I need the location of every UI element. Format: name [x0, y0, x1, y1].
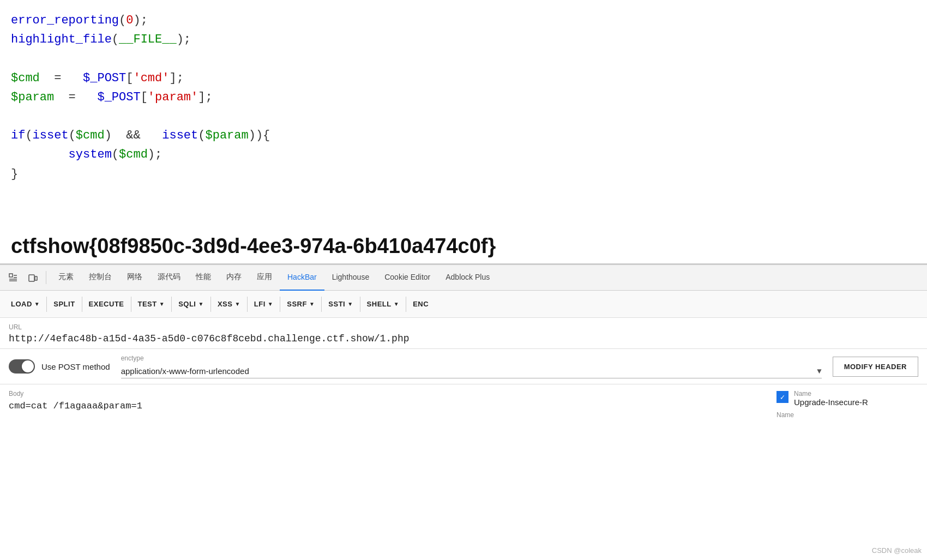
- name-row-2: Name: [776, 411, 918, 419]
- devtools-tab-cookie-editor[interactable]: Cookie Editor: [377, 264, 438, 291]
- tab-separator: [46, 271, 46, 284]
- svg-rect-2: [35, 276, 37, 280]
- hackbar-toolbar: LOAD▼SPLITEXECUTETEST▼SQLI▼XSS▼LFI▼SSRF▼…: [0, 291, 927, 318]
- modify-header-button[interactable]: MODIFY HEADER: [833, 357, 918, 377]
- enctype-select[interactable]: application/x-www-form-urlencoded ▼: [121, 364, 822, 378]
- hackbar-divider: [360, 297, 360, 312]
- name-row-1: ✓ Name Upgrade-Insecure-R: [776, 390, 918, 407]
- url-value: http://4efac48b-a15d-4a35-a5d0-c076c8f8c…: [9, 333, 918, 344]
- code-line: [11, 107, 916, 126]
- devtools-tab-应用[interactable]: 应用: [249, 264, 280, 291]
- checkbox-check-icon: ✓: [780, 393, 785, 402]
- name-text-group-2: Name: [776, 411, 794, 419]
- code-line: if(isset($cmd) && isset($param)){: [11, 126, 916, 145]
- toggle-track: [9, 359, 35, 374]
- toggle-group: Use POST method: [9, 359, 110, 374]
- enctype-label: enctype: [121, 354, 822, 362]
- enctype-group: enctype application/x-www-form-urlencode…: [121, 354, 822, 378]
- devtools-tab-网络[interactable]: 网络: [119, 264, 150, 291]
- dropdown-arrow-icon: ▼: [34, 301, 40, 307]
- devtools-tab-adblock-plus[interactable]: Adblock Plus: [438, 264, 497, 291]
- url-label: URL: [9, 323, 918, 331]
- code-line: $cmd = $_POST['cmd'];: [11, 69, 916, 88]
- enctype-value: application/x-www-form-urlencoded: [121, 366, 813, 376]
- hackbar-divider: [171, 297, 172, 312]
- code-line: system($cmd);: [11, 145, 916, 164]
- body-left: Body cmd=cat /f1agaaa&param=1: [9, 390, 766, 419]
- hackbar-btn-xss[interactable]: XSS▼: [212, 297, 246, 311]
- dropdown-arrow-icon: ▼: [347, 301, 353, 307]
- code-line: [11, 49, 916, 68]
- devtools-panel: 元素控制台网络源代码性能内存应用HackBarLighthouseCookie …: [0, 263, 927, 560]
- controls-row: Use POST method enctype application/x-ww…: [0, 349, 927, 384]
- code-line: error_reporting(0);: [11, 11, 916, 30]
- code-area: error_reporting(0);highlight_file(__FILE…: [0, 0, 927, 229]
- watermark: CSDN @coleak: [872, 546, 922, 555]
- devtools-tab-性能[interactable]: 性能: [188, 264, 219, 291]
- hackbar-btn-shell[interactable]: SHELL▼: [362, 297, 405, 311]
- devtools-tab-内存[interactable]: 内存: [219, 264, 249, 291]
- hackbar-btn-test[interactable]: TEST▼: [133, 297, 171, 311]
- name-field-label: Name: [794, 390, 868, 398]
- enctype-dropdown-icon: ▼: [817, 367, 821, 376]
- body-right: ✓ Name Upgrade-Insecure-R Name: [776, 390, 918, 419]
- hackbar-divider: [210, 297, 211, 312]
- code-line: }: [11, 165, 916, 184]
- dropdown-arrow-icon: ▼: [309, 301, 315, 307]
- hackbar-btn-execute[interactable]: EXECUTE: [83, 297, 130, 311]
- hackbar-body: URL http://4efac48b-a15d-4a35-a5d0-c076c…: [0, 318, 927, 560]
- device-toggle-icon[interactable]: [24, 269, 41, 286]
- url-section: URL http://4efac48b-a15d-4a35-a5d0-c076c…: [0, 318, 927, 349]
- flag-display: ctfshow{08f9850c-3d9d-4ee3-974a-6b410a47…: [0, 229, 927, 263]
- devtools-tab-lighthouse[interactable]: Lighthouse: [324, 264, 377, 291]
- post-method-toggle[interactable]: [9, 359, 35, 374]
- dropdown-arrow-icon: ▼: [198, 301, 203, 307]
- devtools-tabs: 元素控制台网络源代码性能内存应用HackBarLighthouseCookie …: [51, 264, 497, 291]
- hackbar-btn-split[interactable]: SPLIT: [48, 297, 80, 311]
- dropdown-arrow-icon: ▼: [394, 301, 399, 307]
- body-section: Body cmd=cat /f1agaaa&param=1 ✓ Name Upg…: [0, 384, 927, 424]
- hackbar-btn-enc[interactable]: ENC: [407, 297, 434, 311]
- inspect-element-icon[interactable]: [4, 269, 22, 286]
- hackbar-divider: [280, 297, 280, 312]
- svg-rect-0: [9, 274, 13, 277]
- hackbar-btn-ssrf[interactable]: SSRF▼: [281, 297, 320, 311]
- hackbar-divider: [406, 297, 406, 312]
- dropdown-arrow-icon: ▼: [159, 301, 165, 307]
- hackbar-btn-load[interactable]: LOAD▼: [5, 297, 45, 311]
- flag-text: ctfshow{08f9850c-3d9d-4ee3-974a-6b410a47…: [11, 234, 496, 257]
- dropdown-arrow-icon: ▼: [268, 301, 273, 307]
- hackbar-divider: [247, 297, 248, 312]
- hackbar-divider: [82, 297, 82, 312]
- hackbar-divider: [131, 297, 131, 312]
- devtools-tab-hackbar[interactable]: HackBar: [280, 264, 324, 291]
- code-line: highlight_file(__FILE__);: [11, 30, 916, 49]
- body-label: Body: [9, 390, 766, 398]
- devtools-tab-元素[interactable]: 元素: [51, 264, 81, 291]
- toggle-label: Use POST method: [41, 362, 110, 371]
- name-field-value: Upgrade-Insecure-R: [794, 398, 868, 407]
- body-value: cmd=cat /f1agaaa&param=1: [9, 401, 766, 411]
- hackbar-divider: [46, 297, 47, 312]
- name-text-group: Name Upgrade-Insecure-R: [794, 390, 868, 407]
- hackbar-btn-ssti[interactable]: SSTI▼: [323, 297, 358, 311]
- devtools-tabbar: 元素控制台网络源代码性能内存应用HackBarLighthouseCookie …: [0, 264, 927, 291]
- hackbar-btn-sqli[interactable]: SQLI▼: [173, 297, 209, 311]
- dropdown-arrow-icon: ▼: [234, 301, 240, 307]
- hackbar-divider: [321, 297, 322, 312]
- devtools-tab-源代码[interactable]: 源代码: [150, 264, 188, 291]
- toggle-knob: [22, 360, 34, 372]
- name-checkbox-1[interactable]: ✓: [776, 391, 788, 403]
- svg-rect-1: [29, 275, 34, 281]
- hackbar-btn-lfi[interactable]: LFI▼: [249, 297, 279, 311]
- devtools-tab-控制台[interactable]: 控制台: [81, 264, 119, 291]
- code-line: $param = $_POST['param'];: [11, 88, 916, 107]
- name-field-label-2: Name: [776, 411, 794, 419]
